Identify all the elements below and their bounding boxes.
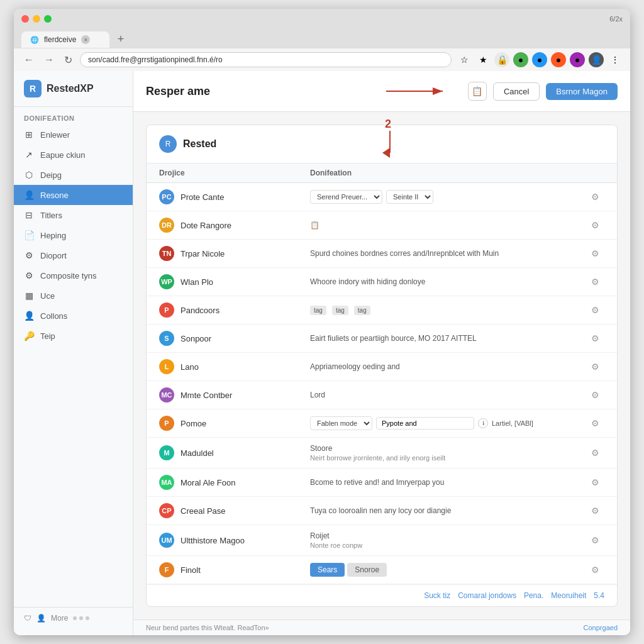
dot1 [73,616,77,620]
tag1: tag [310,306,326,315]
browser-toolbar-icons: ☆ ★ 🔒 ● ● ● ● 👤 ⋮ [457,52,623,67]
desc-cell: Bcome to retive and! and Imryerpap you [310,478,586,487]
action-btn[interactable]: ⚙ [586,418,604,428]
plugin-icon: MC [159,387,174,402]
action-btn[interactable]: ⚙ [586,192,604,202]
tab-close-btn[interactable]: × [81,35,90,44]
action-btn[interactable]: ⚙ [586,477,604,487]
footer-link2[interactable]: Comaral jondows [458,591,516,600]
action-btn[interactable]: ⚙ [586,248,604,258]
card-header: R Rested [147,125,617,164]
sidebar: R RestedXP Donifeation ⊞ Enlewer ↗ Eapue… [14,71,133,635]
plugin-name: Sonpoor [180,334,211,343]
address-bar[interactable]: son/cadd.fre@grrstigationpinedl.fnn.é/ro [80,52,452,67]
shield-icon: 🛡 [24,614,31,623]
plugin-name: Moral Ale Foon [180,478,235,487]
plugin-name: Trpar Nicole [180,249,225,258]
menu-icon[interactable]: ⋮ [608,52,623,67]
primary-action-button[interactable]: Bsrnor Magon [546,83,618,100]
profile-icon[interactable]: 👤 [589,52,604,67]
footer-link4[interactable]: Meoruiheit [551,591,586,600]
plugin-icon: UM [159,533,174,548]
plugin-cell: WP Wlan Plo [159,274,310,289]
action-btn[interactable]: ⚙ [586,390,604,400]
action-btn[interactable]: ⚙ [586,565,604,575]
file-icon: 📄 [24,230,34,240]
sidebar-item-dioport[interactable]: ⚙ Dioport [14,245,133,265]
select1[interactable]: Serend Preuer... [310,190,382,204]
extension-icon5[interactable]: ● [570,52,585,67]
hex-icon: ⬡ [24,170,34,180]
toggle-btn-2[interactable]: Snoroe [347,563,387,577]
action-btn[interactable]: ⚙ [586,448,604,458]
info-icon[interactable]: ℹ [478,418,488,428]
footer-link5[interactable]: 5.4 [594,591,604,600]
plugin-icon: S [159,331,174,346]
sidebar-label-composite: Composite tyns [40,271,97,280]
table-row: MC Mmte Contber Lord ⚙ [147,381,617,409]
key-icon: 🔑 [24,331,34,341]
plugin-name: Dote Rangore [180,221,231,230]
main-content: Resper ame 📋 Cancel Bsrnor Magon [133,71,630,635]
refresh-button[interactable]: ↻ [62,53,75,67]
card-title: Rested [183,138,216,150]
select2[interactable]: Seinte II [386,190,433,204]
sidebar-item-eapue[interactable]: ↗ Eapue ckiun [14,145,133,165]
maximize-dot[interactable] [44,15,52,23]
back-button[interactable]: ← [21,53,36,67]
active-tab[interactable]: 🌐 flerdceive × [21,31,109,48]
status-right[interactable]: Conprgaed [584,624,618,631]
sidebar-section-title: Donifeation [14,107,133,125]
sidebar-item-deipg[interactable]: ⬡ Deipg [14,165,133,185]
desc-text: Whoore indory with hiding donloye [310,277,425,286]
browser-titlebar: 6/2x 🌐 flerdceive × + [14,9,630,48]
footer-link1[interactable]: Suck tiz [424,591,450,600]
table-footer: Suck tiz Comaral jondows Pena. Meoruihei… [147,584,617,606]
forward-button[interactable]: → [42,53,57,67]
action-btn[interactable]: ⚙ [586,277,604,287]
action-btn[interactable]: ⚙ [586,305,604,315]
sidebar-label-collons: Collons [40,311,67,321]
action-btn[interactable]: ⚙ [586,535,604,545]
bookmark-icon[interactable]: ☆ [457,52,472,67]
sidebar-item-enlewer[interactable]: ⊞ Enlewer [14,125,133,145]
sidebar-item-resone[interactable]: 👤 Resone [14,185,133,205]
more-label[interactable]: More [51,614,68,623]
desc-text: Tuya co looroalin nen any locy oor diang… [310,506,451,515]
sidebar-item-teip[interactable]: 🔑 Teip [14,326,133,346]
extension-icon3[interactable]: ● [532,52,547,67]
action-btn[interactable]: ⚙ [586,362,604,372]
sidebar-item-titlers[interactable]: ⊟ Titlers [14,205,133,225]
sidebar-label-uce: Uce [40,291,55,301]
mode-select[interactable]: Fablen mode [310,416,372,430]
cancel-button[interactable]: Cancel [493,82,540,101]
close-dot[interactable] [21,15,29,23]
plugin-name: Wlan Plo [180,277,213,287]
clipboard-button[interactable]: 📋 [468,82,487,101]
page-counter: 6/2x [609,15,623,23]
desc-cell: 📋 [310,221,586,230]
table-row: M Maduldel Stoore Neirt borrowe jrornlen… [147,438,617,469]
plugin-icon: WP [159,274,174,289]
action-btn[interactable]: ⚙ [586,333,604,343]
action-btn[interactable]: ⚙ [586,220,604,230]
sidebar-item-collons[interactable]: 👤 Collons [14,306,133,326]
extension-icon4[interactable]: ● [551,52,566,67]
desc-cell: Appriameology oeding and [310,362,586,371]
people-icon: 👤 [24,311,34,321]
extension-icon2[interactable]: ● [513,52,528,67]
pypote-input[interactable] [376,417,474,430]
extension-icon1[interactable]: 🔒 [494,52,509,67]
toggle-btn-1[interactable]: Sears [310,563,345,577]
sidebar-item-composite[interactable]: ⚙ Composite tyns [14,265,133,286]
sidebar-item-heping[interactable]: 📄 Heping [14,225,133,245]
star-icon[interactable]: ★ [475,52,491,67]
action-btn[interactable]: ⚙ [586,506,604,516]
new-tab-button[interactable]: + [112,30,130,48]
toggle-group: Sears Snoroe [310,563,387,577]
sidebar-item-uce[interactable]: ▦ Uce [14,286,133,306]
dot2 [79,616,83,620]
minimize-dot[interactable] [33,15,40,23]
gear2-icon: ⚙ [24,270,34,280]
footer-link3[interactable]: Pena. [524,591,543,600]
